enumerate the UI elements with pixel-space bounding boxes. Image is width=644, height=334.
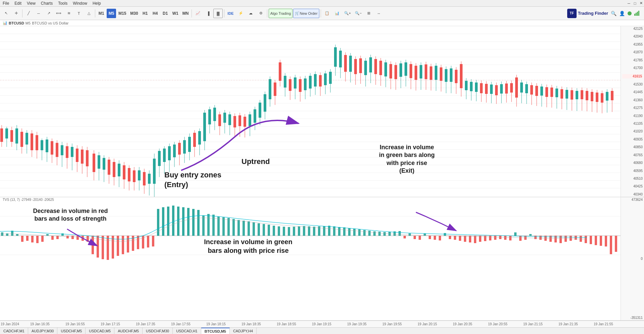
svg-rect-242 xyxy=(555,89,558,97)
svg-rect-350 xyxy=(404,236,406,238)
svg-rect-311 xyxy=(207,214,210,236)
svg-rect-112 xyxy=(228,114,231,125)
cloud-button[interactable]: ☁ xyxy=(246,9,256,18)
history-button[interactable]: 📋 xyxy=(322,9,332,18)
algo-trading-button[interactable]: Algo Trading xyxy=(269,9,293,18)
tf-h1[interactable]: H1 xyxy=(141,9,150,18)
svg-rect-250 xyxy=(576,91,578,99)
menu-edit[interactable]: Edit xyxy=(12,1,24,6)
tab-btcusd-m5[interactable]: BTCUSD,M5 xyxy=(201,328,230,334)
volume-chart xyxy=(0,197,621,274)
svg-rect-48 xyxy=(66,146,68,158)
tab-usdchf-m5[interactable]: USDCHF,M5 xyxy=(57,328,86,334)
menu-view[interactable]: View xyxy=(24,1,38,6)
svg-rect-274 xyxy=(21,236,23,242)
chart-type-bar[interactable]: ▐ xyxy=(203,9,213,18)
toolbar: ↖ ✛ ╱ ─ ↗ ⟺ ≋ T △ M1 M5 M15 M30 H1 H4 D1… xyxy=(0,7,644,20)
menu-tools[interactable]: Tools xyxy=(55,1,70,6)
svg-rect-387 xyxy=(590,236,592,244)
tf-mn[interactable]: MN xyxy=(181,9,191,18)
tab-usdcad-m5[interactable]: USDCAD,M5 xyxy=(86,328,114,334)
indicators-button[interactable]: IDE xyxy=(226,9,235,18)
svg-rect-260 xyxy=(601,93,603,103)
svg-rect-346 xyxy=(383,232,386,236)
cursor-tool[interactable]: ↖ xyxy=(1,9,11,18)
tab-audjpy-m30[interactable]: AUDJPY,M30 xyxy=(28,328,57,334)
svg-rect-160 xyxy=(349,56,352,72)
line-tool[interactable]: ╱ xyxy=(24,9,33,18)
tf-m15[interactable]: M15 xyxy=(117,9,128,18)
zoom-in-button[interactable]: 🔍+ xyxy=(342,9,353,18)
trend-tool[interactable]: ↗ xyxy=(44,9,53,18)
time-label-1: 19 Jan 16:35 xyxy=(30,322,50,326)
logo-text: Trading Finder xyxy=(578,11,608,16)
crosshair-tool[interactable]: ✛ xyxy=(11,9,21,18)
svg-rect-390 xyxy=(605,236,607,246)
svg-rect-208 xyxy=(470,82,473,91)
svg-rect-84 xyxy=(158,151,161,166)
svg-rect-309 xyxy=(197,210,200,236)
tf-m1[interactable]: M1 xyxy=(97,9,106,18)
minimize-button[interactable]: ─ xyxy=(626,0,632,7)
settings-gear[interactable]: ⚙ xyxy=(256,9,266,18)
tf-m5[interactable]: M5 xyxy=(107,9,116,18)
svg-rect-330 xyxy=(303,226,305,236)
scripts-button[interactable]: ⚡ xyxy=(236,9,246,18)
svg-rect-240 xyxy=(550,88,553,97)
auto-scroll-button[interactable]: ↔ xyxy=(374,9,384,18)
zoom-out-button[interactable]: 🔍− xyxy=(353,9,363,18)
tab-cadjpy-h4[interactable]: CADJPY,H4 xyxy=(230,328,257,334)
menu-help[interactable]: Help xyxy=(90,1,104,6)
svg-rect-224 xyxy=(510,83,513,93)
tab-usdcad-h1[interactable]: USDCAD,H1 xyxy=(173,328,201,334)
ohlc-button[interactable]: 📊 xyxy=(332,9,342,18)
chart-type-candle[interactable]: ▓ xyxy=(213,9,223,18)
svg-rect-222 xyxy=(505,84,508,94)
tf-h4[interactable]: H4 xyxy=(151,9,160,18)
svg-rect-325 xyxy=(278,226,280,236)
new-order-button[interactable]: 🛒 New Order xyxy=(293,9,319,18)
close-button[interactable]: ✕ xyxy=(638,0,644,7)
time-label-17: 19 Jan 21:55 xyxy=(594,322,613,326)
svg-rect-383 xyxy=(570,236,572,241)
svg-rect-216 xyxy=(490,85,493,94)
grid-button[interactable]: ⊞ xyxy=(364,9,374,18)
time-label-0: 19 Jan 2024 xyxy=(1,322,19,326)
maximize-button[interactable]: □ xyxy=(632,0,638,7)
tab-usdchf-m30[interactable]: USDCHF,M30 xyxy=(143,328,173,334)
svg-rect-136 xyxy=(289,79,291,91)
svg-rect-100 xyxy=(198,131,201,145)
svg-rect-22 xyxy=(0,128,3,142)
chart-type-line[interactable]: 📈 xyxy=(193,9,203,18)
tab-cadchf-m1[interactable]: CADCHF,M1 xyxy=(0,328,28,334)
tab-audchf-m5[interactable]: AUDCHF,M5 xyxy=(114,328,143,334)
hline-tool[interactable]: ─ xyxy=(34,9,43,18)
svg-rect-140 xyxy=(299,79,302,92)
time-label-8: 19 Jan 18:55 xyxy=(277,322,296,326)
svg-rect-273 xyxy=(16,234,18,236)
svg-rect-210 xyxy=(475,82,478,92)
channel-tool[interactable]: ⟺ xyxy=(54,9,63,18)
window-controls: ─ □ ✕ xyxy=(626,0,644,7)
tf-d1[interactable]: D1 xyxy=(161,9,170,18)
time-axis: 19 Jan 2024 19 Jan 16:35 19 Jan 16:55 19… xyxy=(0,321,644,327)
menu-charts[interactable]: Charts xyxy=(38,1,55,6)
svg-rect-368 xyxy=(494,236,496,240)
svg-rect-230 xyxy=(525,84,528,93)
svg-rect-283 xyxy=(66,236,69,238)
tf-m30[interactable]: M30 xyxy=(128,9,140,18)
account-icon[interactable]: 👤 xyxy=(619,11,625,16)
tf-w1[interactable]: W1 xyxy=(171,9,180,18)
fib-tool[interactable]: ≋ xyxy=(64,9,73,18)
price-chart[interactable]: 42125 42040 41955 41870 41785 41700 4161… xyxy=(0,26,644,197)
shape-tool[interactable]: △ xyxy=(84,9,94,18)
menu-file[interactable]: File xyxy=(0,1,12,6)
search-icon[interactable]: 🔍 xyxy=(611,11,616,16)
svg-rect-349 xyxy=(398,231,401,236)
menu-window[interactable]: Window xyxy=(70,1,90,6)
volume-indicator[interactable]: TVS (13, 7) -27949 -20140 -20625 473624 … xyxy=(0,197,644,321)
text-tool[interactable]: T xyxy=(74,9,84,18)
svg-rect-343 xyxy=(368,231,371,236)
svg-rect-78 xyxy=(143,172,146,185)
svg-rect-371 xyxy=(509,236,512,240)
